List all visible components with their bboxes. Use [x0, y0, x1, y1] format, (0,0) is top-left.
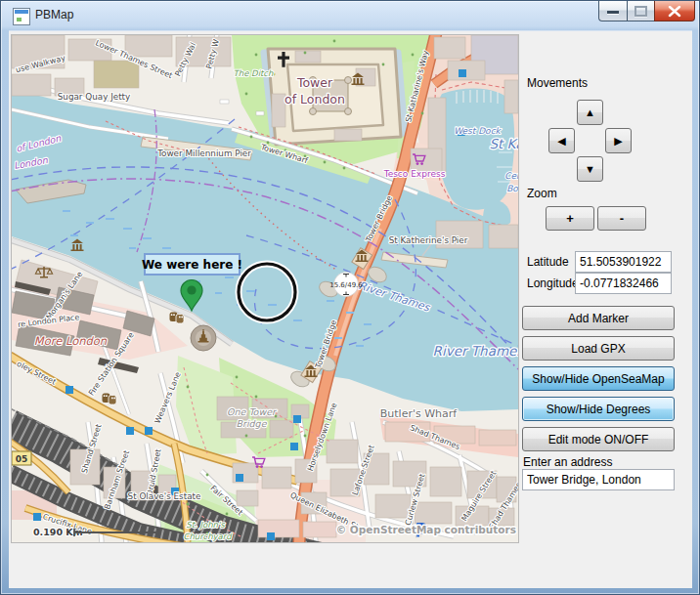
map-label: Bridge [237, 418, 268, 429]
close-icon [668, 6, 681, 18]
longitude-label: Longitude [527, 276, 579, 290]
address-label: Enter an address [523, 455, 612, 469]
zoom-out-button[interactable]: - [597, 206, 646, 231]
map-label: Bo [506, 184, 518, 193]
client-area: use WalkwayLower Thames StreetPetty WalP… [9, 30, 692, 588]
map-attribution: © OpenStreetMap contributors [336, 524, 516, 535]
road-ref-text: 05 [16, 454, 28, 464]
seamark-icon [267, 532, 275, 540]
app-window: PBMap [0, 0, 700, 595]
move-left-button[interactable]: ◀ [548, 128, 575, 153]
map-label: West Dock [454, 126, 502, 136]
road-ref-badge: 05 [12, 451, 31, 465]
bridge-clearance-text: 15.6/49.6 [329, 281, 363, 289]
minus-icon: - [620, 211, 624, 226]
map-label: Tower Millennium Pier [156, 149, 251, 158]
map-label: Tesco Express [383, 169, 446, 179]
minimize-button[interactable] [598, 1, 627, 21]
seamark-icon [459, 69, 466, 77]
toggle-degrees-label: Show/Hide Degrees [547, 403, 651, 416]
seamark-icon [33, 513, 41, 521]
seamark-icon [126, 427, 134, 435]
toggle-openseamap-label: Show/Hide OpenSeaMap [532, 372, 664, 386]
map-label: St Ka [489, 136, 518, 151]
edit-mode-label: Edit mode ON/OFF [548, 433, 649, 446]
title-bar[interactable]: PBMap [1, 1, 699, 30]
add-marker-button[interactable]: Add Marker [522, 306, 675, 330]
arrow-left-icon: ◀ [557, 135, 565, 148]
seamark-icon [293, 415, 301, 423]
seamark-icon [145, 427, 153, 435]
load-gpx-label: Load GPX [571, 342, 625, 356]
minimize-icon [607, 11, 619, 14]
movements-label: Movements [527, 76, 588, 90]
toggle-openseamap-button[interactable]: Show/Hide OpenSeaMap [522, 366, 675, 391]
arrow-up-icon: ▲ [585, 106, 595, 118]
zoom-label: Zoom [527, 187, 557, 200]
arrow-down-icon: ▼ [585, 163, 595, 175]
map-label: Churchyard [183, 531, 233, 541]
map-label: Sugar Quay Jetty [58, 92, 131, 102]
map-label: More London [34, 334, 108, 348]
longitude-input[interactable] [575, 273, 672, 294]
seamark-icon [66, 386, 73, 394]
map-label: The Ditch [234, 68, 274, 78]
add-marker-label: Add Marker [568, 312, 629, 325]
seamark-icon [236, 474, 243, 482]
move-right-button[interactable]: ▶ [605, 128, 632, 153]
map-tooltip-text: We were here ! [142, 258, 242, 272]
map-image: use WalkwayLower Thames StreetPetty WalP… [12, 35, 518, 542]
map-label: River Thames [433, 343, 518, 359]
maximize-icon [634, 6, 647, 17]
seamark-icon [290, 443, 298, 450]
map-label: Butler's Wharf [380, 407, 459, 420]
zoom-in-button[interactable]: + [546, 206, 594, 231]
map-label: St Olave's Estate [128, 491, 201, 501]
map-canvas[interactable]: use WalkwayLower Thames StreetPetty WalP… [11, 34, 519, 543]
move-up-button[interactable]: ▲ [577, 100, 603, 125]
load-gpx-button[interactable]: Load GPX [522, 336, 675, 361]
map-tooltip: We were here ! [142, 254, 242, 275]
window-title: PBMap [35, 8, 73, 21]
map-label: St Katherine's Pier [389, 235, 468, 245]
latitude-label: Latitude [527, 255, 569, 269]
map-label: of London [284, 92, 345, 106]
edit-mode-button[interactable]: Edit mode ON/OFF [522, 427, 675, 451]
app-icon [13, 8, 30, 25]
close-button[interactable] [654, 1, 695, 21]
latitude-input[interactable] [575, 251, 672, 273]
map-label: St. John's [186, 520, 225, 530]
arrow-right-icon: ▶ [614, 135, 622, 148]
map-label: One Tower [227, 406, 278, 417]
address-input[interactable] [522, 469, 675, 490]
plus-icon: + [566, 211, 574, 226]
maximize-button[interactable] [627, 1, 654, 21]
move-down-button[interactable]: ▼ [577, 156, 603, 182]
map-label: Tower [296, 75, 333, 90]
map-label: Cen [504, 171, 518, 181]
toggle-degrees-button[interactable]: Show/Hide Degrees [522, 397, 675, 421]
